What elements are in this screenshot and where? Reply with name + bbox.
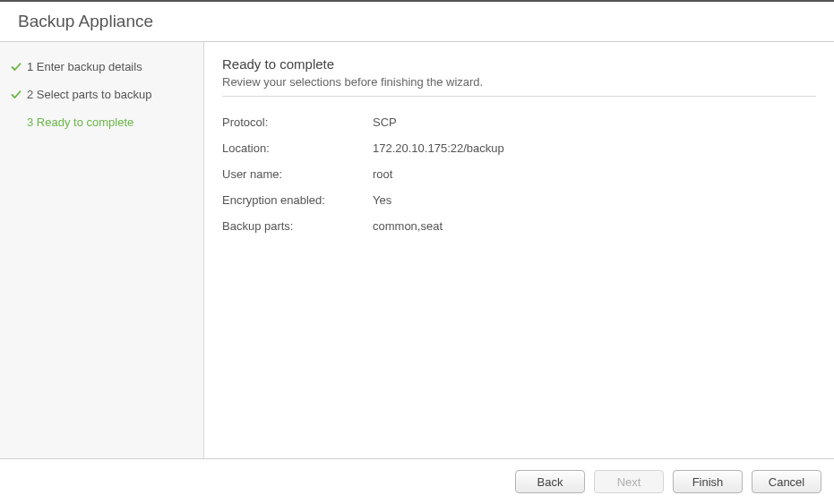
back-button[interactable]: Back [515, 470, 585, 493]
wizard-body: 1 Enter backup details 2 Select parts to… [0, 41, 834, 458]
step-subtext: Review your selections before finishing … [222, 75, 816, 97]
check-icon [9, 90, 23, 100]
main-content: Ready to complete Review your selections… [204, 42, 834, 458]
sidebar-item-label: 2 Select parts to backup [27, 88, 151, 101]
summary-row-backup-parts: Backup parts: common,seat [222, 213, 816, 239]
summary-label: User name: [222, 167, 373, 181]
cancel-button[interactable]: Cancel [752, 470, 821, 493]
page-title: Backup Appliance [0, 2, 834, 41]
wizard-container: Backup Appliance 1 Enter backup details … [0, 0, 834, 504]
summary-value: SCP [373, 115, 397, 129]
wizard-footer: Back Next Finish Cancel [0, 458, 834, 504]
summary-label: Encryption enabled: [222, 193, 373, 207]
sidebar-item-select-parts[interactable]: 2 Select parts to backup [0, 81, 203, 108]
summary-row-location: Location: 172.20.10.175:22/backup [222, 135, 816, 161]
sidebar-item-ready-to-complete[interactable]: 3 Ready to complete [0, 108, 203, 136]
next-button: Next [594, 470, 664, 493]
summary-value: root [373, 167, 392, 181]
summary-row-encryption: Encryption enabled: Yes [222, 187, 816, 213]
summary-value: 172.20.10.175:22/backup [373, 141, 504, 155]
summary-label: Backup parts: [222, 219, 373, 233]
finish-button[interactable]: Finish [673, 470, 743, 493]
summary-row-username: User name: root [222, 161, 816, 187]
summary-label: Protocol: [222, 115, 373, 129]
step-heading: Ready to complete [222, 56, 816, 72]
sidebar-item-enter-backup-details[interactable]: 1 Enter backup details [0, 53, 203, 81]
summary-label: Location: [222, 141, 373, 155]
check-icon [9, 62, 23, 73]
sidebar-item-label: 3 Ready to complete [27, 115, 133, 129]
summary-value: common,seat [373, 219, 443, 233]
sidebar: 1 Enter backup details 2 Select parts to… [0, 42, 204, 458]
summary-row-protocol: Protocol: SCP [222, 109, 816, 135]
sidebar-item-label: 1 Enter backup details [27, 60, 142, 73]
summary-value: Yes [373, 193, 391, 207]
